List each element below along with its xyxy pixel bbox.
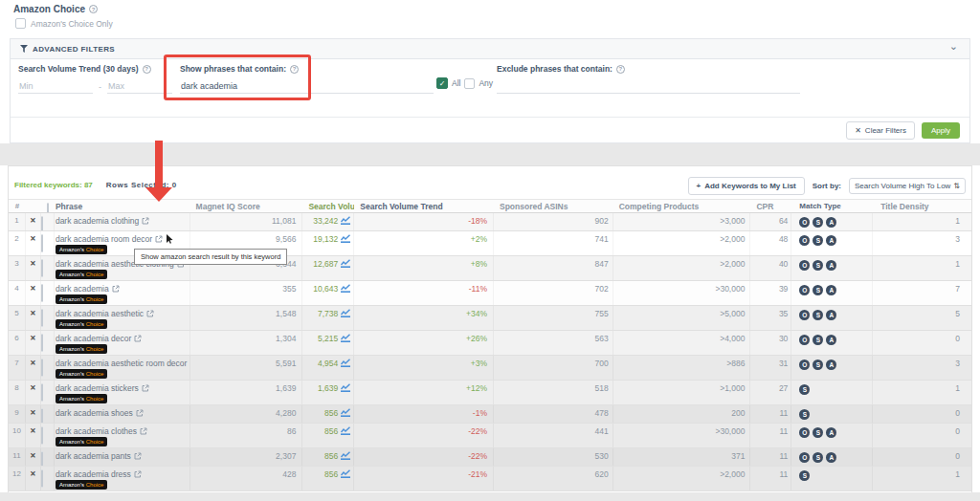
table-row[interactable]: 1 ✕ dark academia clothing 11,081 33,242… <box>9 213 971 231</box>
row-checkbox[interactable] <box>41 359 43 377</box>
table-row[interactable]: 4 ✕ dark academia Amazon's Choice 355 10… <box>9 281 971 306</box>
row-checkbox[interactable] <box>41 259 43 277</box>
title-density-value: 0 <box>873 331 971 355</box>
sponsored-asins-value: 847 <box>494 256 613 280</box>
row-checkbox[interactable] <box>41 469 43 488</box>
remove-row-icon[interactable]: ✕ <box>26 306 41 330</box>
table-row[interactable]: 10 ✕ dark academia clothes Amazon's Choi… <box>9 424 971 448</box>
column-header-cpr[interactable]: CPR <box>750 200 791 212</box>
clear-filters-button[interactable]: ✕ Clear Filters <box>846 121 915 140</box>
row-checkbox[interactable] <box>41 284 43 302</box>
remove-row-icon[interactable]: ✕ <box>26 256 41 280</box>
remove-row-icon[interactable]: ✕ <box>26 467 41 490</box>
advanced-filters-header[interactable]: ADVANCED FILTERS ⌄ <box>11 39 969 59</box>
apply-button[interactable]: Apply <box>922 122 960 139</box>
chart-icon[interactable] <box>341 469 350 478</box>
row-number: 1 <box>9 213 26 230</box>
sponsored-asins-value: 702 <box>494 281 613 305</box>
external-link-icon[interactable] <box>140 427 147 435</box>
trend-min-input[interactable] <box>18 79 93 94</box>
search-volume-trend-label: Search Volume Trend (30 days) <box>18 64 139 74</box>
table-row[interactable]: 7 ✕ dark academia aesthetic room decor A… <box>9 356 971 381</box>
row-checkbox[interactable] <box>41 451 43 466</box>
trend-max-input[interactable] <box>107 79 172 94</box>
column-header-search-volume-trend[interactable]: Search Volume Trend <box>354 200 494 212</box>
row-checkbox[interactable] <box>41 408 43 423</box>
remove-row-icon[interactable]: ✕ <box>26 405 41 423</box>
help-icon[interactable]: ? <box>143 65 151 74</box>
external-link-icon[interactable] <box>134 452 142 460</box>
add-keywords-button[interactable]: + Add Keywords to My List <box>688 177 805 195</box>
remove-row-icon[interactable]: ✕ <box>26 281 41 305</box>
column-header-title-density[interactable]: Title Density <box>873 200 971 212</box>
match-type-a-icon: A <box>826 285 836 295</box>
table-row[interactable]: 12 ✕ dark academia dress Amazon's Choice… <box>9 467 971 491</box>
remove-row-icon[interactable]: ✕ <box>26 448 41 466</box>
column-header-number[interactable]: # <box>9 200 26 212</box>
external-link-icon[interactable] <box>136 409 144 417</box>
external-link-icon[interactable] <box>134 470 142 478</box>
sort-select[interactable]: Search Volume High To Low ⇅ <box>849 178 966 194</box>
chevron-down-icon[interactable]: ⌄ <box>949 40 958 53</box>
row-checkbox[interactable] <box>41 426 43 445</box>
match-type-o-icon: O <box>799 335 810 345</box>
chart-icon[interactable] <box>341 334 350 342</box>
chart-icon[interactable] <box>341 383 350 392</box>
magnet-iq-score-value: 5,591 <box>190 356 303 380</box>
match-type-a-icon: A <box>826 310 836 320</box>
remove-row-icon[interactable]: ✕ <box>26 213 41 230</box>
remove-row-icon[interactable]: ✕ <box>26 381 41 404</box>
row-checkbox[interactable] <box>41 216 43 230</box>
chart-icon[interactable] <box>341 259 350 268</box>
sponsored-asins-value: 620 <box>494 467 613 490</box>
external-link-icon[interactable] <box>142 217 149 225</box>
table-row[interactable]: 5 ✕ dark academia aesthetic Amazon's Cho… <box>9 306 971 331</box>
amazons-choice-only-checkbox[interactable] <box>15 18 26 29</box>
column-header-competing-products[interactable]: Competing Products <box>613 200 751 212</box>
competing-products-value: >2,000 <box>613 231 751 255</box>
select-all-checkbox[interactable] <box>47 203 49 212</box>
table-row[interactable]: 6 ✕ dark academia decor Amazon's Choice … <box>9 331 971 356</box>
all-checkbox[interactable]: ✓ <box>436 77 448 89</box>
any-checkbox[interactable] <box>464 78 475 89</box>
row-checkbox[interactable] <box>41 234 43 252</box>
column-header-match-type[interactable]: Match Type <box>791 200 873 212</box>
search-volume-trend-value: +12% <box>354 381 494 404</box>
column-header-sponsored-asins[interactable]: Sponsored ASINs <box>494 200 613 212</box>
remove-row-icon[interactable]: ✕ <box>26 424 41 447</box>
chart-icon[interactable] <box>341 426 350 435</box>
chart-icon[interactable] <box>341 359 350 367</box>
external-link-icon[interactable] <box>146 310 154 317</box>
badge-suffix: Choice <box>86 247 104 252</box>
table-row[interactable]: 11 ✕ dark academia pants 2,307 856 -22% <box>9 448 971 467</box>
row-checkbox[interactable] <box>41 334 43 352</box>
remove-row-icon[interactable]: ✕ <box>26 231 41 255</box>
table-row[interactable]: 9 ✕ dark academia shoes 4,280 856 -1% 4 <box>9 405 971 424</box>
filtered-keywords-count: Filtered keywords: 87 <box>14 181 93 189</box>
exclude-phrases-input[interactable] <box>497 79 800 94</box>
match-type-a-icon: A <box>826 217 836 228</box>
row-checkbox[interactable] <box>41 383 43 402</box>
remove-row-icon[interactable]: ✕ <box>26 356 41 380</box>
external-link-icon[interactable] <box>134 335 142 342</box>
column-header-search-volume[interactable]: Search Volume <box>302 200 354 212</box>
help-icon[interactable]: ? <box>89 5 98 13</box>
external-link-icon[interactable] <box>155 235 163 243</box>
row-number: 9 <box>9 405 26 423</box>
chart-icon[interactable] <box>341 451 350 460</box>
search-volume-value: 33,242 <box>313 216 338 226</box>
cpr-value: 11 <box>750 424 791 447</box>
chart-icon[interactable] <box>341 309 350 317</box>
help-icon[interactable]: ? <box>616 65 625 74</box>
row-checkbox[interactable] <box>41 309 43 327</box>
chart-icon[interactable] <box>341 234 350 243</box>
plus-icon: + <box>697 182 702 190</box>
column-header-magnet-iq-score[interactable]: Magnet IQ Score <box>190 200 303 212</box>
table-row[interactable]: 8 ✕ dark academia stickers Amazon's Choi… <box>9 381 971 405</box>
chart-icon[interactable] <box>341 284 350 293</box>
chart-icon[interactable] <box>341 408 350 417</box>
remove-row-icon[interactable]: ✕ <box>26 331 41 355</box>
external-link-icon[interactable] <box>142 384 149 392</box>
external-link-icon[interactable] <box>112 285 120 293</box>
chart-icon[interactable] <box>341 216 350 225</box>
